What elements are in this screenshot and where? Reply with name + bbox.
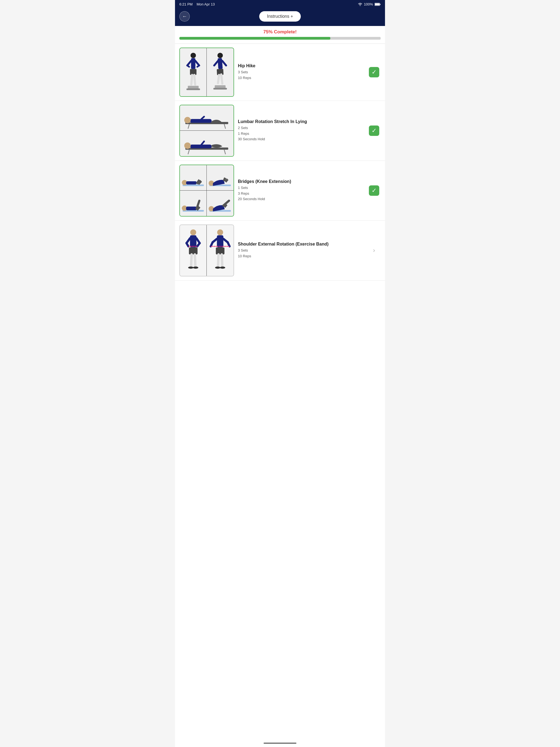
bridges-bl-icon xyxy=(181,192,205,215)
back-arrow-icon: ← xyxy=(182,14,187,19)
svg-rect-51 xyxy=(190,235,197,248)
svg-line-6 xyxy=(187,61,191,66)
check-area[interactable]: ✓ xyxy=(367,126,381,136)
exercise-image-shoulder[interactable] xyxy=(179,225,234,277)
svg-line-60 xyxy=(197,243,200,247)
check-area[interactable]: ✓ xyxy=(367,67,381,77)
exercise-hold: 30 Seconds Hold xyxy=(238,136,367,142)
svg-rect-45 xyxy=(186,206,197,210)
svg-point-36 xyxy=(184,143,191,149)
svg-line-65 xyxy=(218,255,219,266)
exercise-image-lumbar[interactable] xyxy=(179,105,234,157)
svg-line-20 xyxy=(218,75,219,83)
svg-rect-40 xyxy=(186,181,197,185)
time: 6:21 PM xyxy=(179,2,193,6)
exercise-img-cell xyxy=(180,225,207,276)
exercise-img-cell xyxy=(180,105,233,131)
svg-line-11 xyxy=(192,75,192,84)
svg-point-50 xyxy=(190,229,196,235)
main-content: Hip Hike 3 Sets 10 Reps ✓ xyxy=(175,44,385,741)
svg-line-33 xyxy=(224,150,226,154)
lumbar-top-icon xyxy=(183,107,231,129)
check-icon: ✓ xyxy=(372,69,377,76)
svg-rect-5 xyxy=(191,58,196,69)
header: ← Instructions + xyxy=(175,8,385,26)
exercise-name: Bridges (Knee Extension) xyxy=(238,179,367,184)
svg-line-66 xyxy=(222,255,222,266)
svg-line-9 xyxy=(197,66,199,67)
exercise-img-cell xyxy=(180,190,207,216)
svg-point-62 xyxy=(217,229,223,235)
exercise-reps: 10 Reps xyxy=(238,75,367,81)
svg-line-70 xyxy=(211,242,213,247)
status-time: 6:21 PM Mon Apr 13 xyxy=(179,2,215,6)
exercise-reps: 3 Reps xyxy=(238,191,367,197)
progress-section: 75% Complete! xyxy=(175,26,385,44)
battery-percent: 100% xyxy=(364,2,373,6)
exercise-item[interactable]: Hip Hike 3 Sets 10 Reps ✓ xyxy=(175,44,385,101)
completed-checkbox[interactable]: ✓ xyxy=(369,185,379,196)
svg-point-29 xyxy=(184,117,191,123)
hip-hike-right-icon xyxy=(208,51,232,94)
exercise-sets: 3 Sets xyxy=(238,248,367,254)
svg-rect-64 xyxy=(216,248,225,255)
exercise-reps: 10 Reps xyxy=(238,254,367,259)
svg-point-55 xyxy=(188,266,194,269)
svg-rect-16 xyxy=(218,58,223,69)
exercise-info-lumbar: Lumbar Rotation Stretch In Lying 2 Sets … xyxy=(234,119,367,142)
svg-rect-10 xyxy=(190,69,197,75)
completed-checkbox[interactable]: ✓ xyxy=(369,126,379,136)
svg-rect-19 xyxy=(217,69,224,75)
svg-line-8 xyxy=(187,66,189,67)
battery-full-icon xyxy=(375,3,381,6)
wifi-icon xyxy=(358,3,362,6)
status-icons: 100% xyxy=(358,2,381,6)
exercise-image-hip-hike[interactable] xyxy=(179,48,234,97)
exercise-reps: 1 Reps xyxy=(238,131,367,137)
shoulder-left-icon xyxy=(181,228,205,273)
status-bar: 6:21 PM Mon Apr 13 100% xyxy=(175,0,385,8)
svg-rect-52 xyxy=(189,248,198,255)
svg-line-58 xyxy=(186,243,188,247)
progress-label: 75% Complete! xyxy=(179,29,381,35)
svg-rect-3 xyxy=(380,4,380,5)
check-area[interactable]: ✓ xyxy=(367,185,381,196)
completed-checkbox[interactable]: ✓ xyxy=(369,67,379,77)
hip-hike-left-icon xyxy=(181,51,205,94)
exercise-img-cell xyxy=(207,225,233,276)
svg-rect-23 xyxy=(213,88,227,89)
svg-line-30 xyxy=(201,117,204,119)
instructions-button[interactable]: Instructions + xyxy=(259,11,301,22)
back-button[interactable]: ← xyxy=(179,11,190,22)
exercise-img-cell xyxy=(180,48,207,96)
svg-rect-63 xyxy=(217,235,223,248)
svg-rect-2 xyxy=(375,3,380,5)
svg-line-18 xyxy=(222,61,226,66)
exercise-image-bridges[interactable] xyxy=(179,164,234,216)
svg-line-26 xyxy=(224,124,226,129)
shoulder-right-icon xyxy=(208,228,232,273)
exercise-img-cell xyxy=(180,131,233,156)
exercise-sets: 3 Sets xyxy=(238,70,367,75)
exercise-info-bridges: Bridges (Knee Extension) 1 Sets 3 Reps 2… xyxy=(234,179,367,202)
svg-line-17 xyxy=(214,61,218,66)
svg-point-67 xyxy=(215,266,221,269)
exercise-item[interactable]: Bridges (Knee Extension) 1 Sets 3 Reps 2… xyxy=(175,161,385,221)
exercise-img-cell xyxy=(207,48,233,96)
bridges-br-icon xyxy=(208,192,232,215)
lumbar-bottom-icon xyxy=(183,132,231,155)
exercise-info-shoulder: Shoulder External Rotation (Exercise Ban… xyxy=(234,242,367,259)
chevron-right-icon: › xyxy=(373,247,375,254)
check-area[interactable]: › xyxy=(367,247,381,254)
exercise-item[interactable]: Lumbar Rotation Stretch In Lying 2 Sets … xyxy=(175,101,385,161)
svg-rect-14 xyxy=(186,88,200,90)
exercise-info-hip-hike: Hip Hike 3 Sets 10 Reps xyxy=(234,63,367,81)
svg-line-7 xyxy=(195,61,199,66)
exercise-name: Shoulder External Rotation (Exercise Ban… xyxy=(238,242,367,247)
svg-point-15 xyxy=(218,53,223,58)
svg-line-53 xyxy=(191,255,192,266)
exercise-item[interactable]: Shoulder External Rotation (Exercise Ban… xyxy=(175,221,385,281)
exercise-hold: 20 Seconds Hold xyxy=(238,196,367,202)
date: Mon Apr 13 xyxy=(197,2,215,6)
progress-bar-container xyxy=(179,37,381,40)
